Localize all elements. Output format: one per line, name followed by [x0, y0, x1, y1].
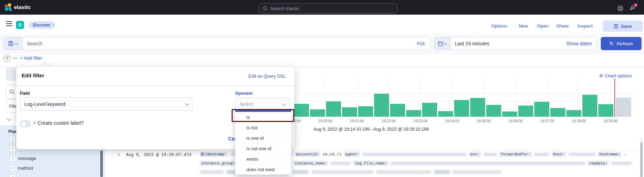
chart-options-label: Chart options	[605, 73, 632, 78]
save-button[interactable]: Save	[603, 21, 643, 32]
field-name-badge[interactable]: log_file_name:	[353, 161, 388, 166]
chart-options-button[interactable]: ⚙ Chart options	[599, 73, 632, 78]
refresh-icon: ↻	[610, 40, 614, 47]
chart-vertical-gridline	[515, 77, 516, 117]
field-name-badge[interactable]: host:	[552, 152, 566, 157]
operator-option-exists[interactable]: exists	[235, 154, 291, 164]
show-dates-button[interactable]: Show dates	[566, 41, 596, 46]
query-search-input[interactable]: Search	[23, 41, 417, 46]
operator-option-is-not-one-of[interactable]: is not one of	[235, 143, 291, 154]
histogram-bar[interactable]	[486, 105, 501, 117]
histogram-bar[interactable]	[518, 106, 533, 117]
operator-option-does-not-exist[interactable]: does not exist	[235, 164, 291, 175]
operator-option-is-one-of[interactable]: is one of	[235, 133, 291, 143]
field-name-badge[interactable]: agent:	[344, 152, 360, 157]
date-picker-group[interactable]: Last 15 minutes Show dates	[434, 37, 597, 50]
time-range-value[interactable]: Last 15 minutes	[451, 41, 566, 46]
histogram-bar[interactable]	[470, 98, 485, 117]
field-name-badge[interactable]: env:	[469, 152, 481, 157]
redacted-value	[330, 162, 351, 165]
histogram-bar[interactable]	[566, 110, 581, 117]
histogram-bar[interactable]	[598, 104, 613, 117]
inspect-button[interactable]: Inspect	[577, 23, 593, 29]
histogram-bar[interactable]	[390, 104, 405, 117]
options-button[interactable]: Options	[491, 23, 507, 29]
global-search-input[interactable]: Search Elastic	[259, 3, 398, 14]
histogram-bar[interactable]	[454, 100, 469, 117]
table-scrollbar-thumb[interactable]	[640, 142, 643, 177]
histogram-bar[interactable]	[358, 106, 373, 117]
field-name-badge[interactable]: @timestamp:	[200, 152, 228, 157]
histogram-bar[interactable]	[550, 108, 565, 117]
field-name-badge[interactable]: instance_name:	[293, 161, 328, 166]
histogram-bar[interactable]	[534, 102, 549, 117]
histogram-bar[interactable]	[294, 104, 309, 117]
sidebar-field-item[interactable]: tmethod	[10, 165, 33, 171]
histogram-bar[interactable]	[502, 111, 517, 117]
annotation-highlight-box	[232, 109, 294, 122]
redacted-value	[452, 170, 501, 174]
field-label: Field	[20, 91, 30, 96]
close-icon[interactable]: ×	[33, 120, 36, 125]
sidebar-field-item[interactable]: tmessage	[10, 155, 36, 161]
query-language-button[interactable]: KQL	[417, 41, 430, 46]
field-name: method	[18, 166, 33, 171]
query-input-group[interactable]: Search KQL	[3, 37, 431, 50]
calendar-icon	[438, 41, 443, 46]
save-query-icon	[8, 41, 13, 46]
popover-title: Edit filter	[22, 72, 44, 78]
partial-bucket-bar[interactable]	[616, 98, 631, 117]
histogram-bar[interactable]	[582, 95, 597, 117]
breadcrumb[interactable]: Discover	[29, 21, 55, 29]
field-name-badge[interactable]	[434, 170, 450, 174]
histogram-bar[interactable]	[438, 111, 453, 117]
help-icon[interactable]	[617, 5, 623, 11]
discover-app: elastic Search Elastic D Discover ✓ Opti…	[0, 0, 644, 177]
histogram-bar[interactable]	[342, 107, 357, 117]
sidebar-scrollbar[interactable]	[100, 151, 103, 177]
operator-option-is-not[interactable]: is not	[235, 122, 291, 133]
new-button[interactable]: New	[519, 23, 528, 29]
redacted-value	[200, 170, 224, 174]
field-name-badge[interactable]: instance_group:	[200, 161, 237, 166]
histogram-bar[interactable]	[374, 94, 389, 117]
chevron-down-icon	[282, 102, 286, 106]
x-axis-tick-label: 19:23:00	[413, 119, 428, 123]
x-axis-tick-label: 19:21:00	[350, 119, 364, 123]
chevron-down-icon	[444, 42, 447, 45]
edit-as-query-dsl-button[interactable]: Edit as Query DSL	[248, 74, 286, 79]
toggle-knob	[21, 121, 26, 126]
row-timestamp: Aug 9, 2022 @ 19:29:07.474	[126, 153, 191, 157]
date-quick-menu-button[interactable]	[434, 37, 451, 50]
sidebar-field-item[interactable]: t	[10, 175, 18, 177]
field-combobox[interactable]: Log-Level.keyword	[20, 97, 193, 111]
global-search-placeholder: Search Elastic	[270, 6, 299, 11]
field-value-text: 10_15_7)	[323, 152, 342, 156]
histogram-bar[interactable]	[406, 110, 421, 117]
menu-icon[interactable]	[6, 21, 12, 27]
histogram-bar[interactable]	[310, 109, 325, 117]
filter-group-icon[interactable]	[3, 55, 11, 62]
refresh-button[interactable]: ↻ Refresh	[601, 37, 642, 50]
redacted-value	[376, 170, 432, 174]
add-filter-button[interactable]: + Add filter	[20, 55, 42, 61]
share-button[interactable]: Share	[556, 23, 569, 29]
redacted-value	[435, 170, 449, 174]
field-type-icon: t	[10, 165, 16, 171]
field-name-badge[interactable]	[292, 170, 309, 174]
field-name-badge[interactable]: accountid:	[295, 152, 320, 157]
saved-query-menu-button[interactable]	[3, 37, 23, 50]
custom-label-toggle[interactable]	[20, 120, 31, 127]
chevron-down-icon[interactable]	[7, 117, 10, 121]
space-avatar[interactable]: D	[16, 21, 24, 29]
histogram-bar[interactable]	[326, 101, 341, 117]
popover-divider	[16, 86, 294, 86]
open-button[interactable]: Open	[537, 23, 549, 29]
expand-row-button[interactable]: >	[118, 153, 120, 157]
redacted-value	[311, 170, 374, 174]
histogram-bar[interactable]	[422, 103, 437, 117]
field-name-badge[interactable]: reqdata:	[588, 161, 609, 166]
field-name-badge[interactable]: forwardedfor:	[499, 152, 532, 157]
field-name-badge[interactable]: hostname:	[598, 152, 621, 157]
table-divider	[105, 150, 644, 151]
